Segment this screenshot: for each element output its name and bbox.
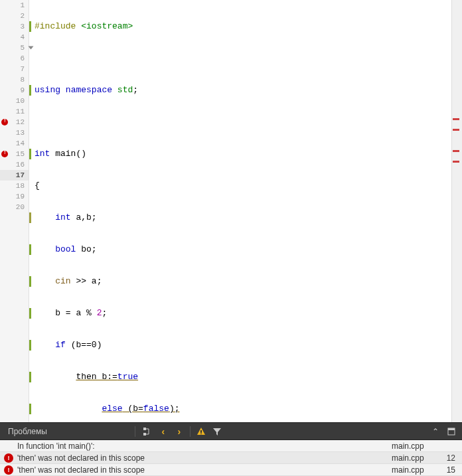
token-op: =	[66, 308, 71, 318]
token-punct: ;	[102, 308, 108, 318]
gutter: 1 2 3 4 5 6 7 8 9 10 11 12 13 14 15 16 1…	[0, 0, 29, 422]
token-keyword: using	[35, 85, 60, 95]
code-content[interactable]: #include <iostream> using namespace std;…	[29, 0, 462, 422]
filter-icon[interactable]	[212, 426, 222, 437]
line-number: 20	[0, 202, 29, 212]
token-punct: ;	[92, 212, 97, 222]
token-ident: a	[76, 308, 81, 318]
token-expr: (b==0)	[71, 340, 102, 350]
token-ident: cin	[55, 276, 70, 286]
line-number: 3	[0, 21, 29, 32]
warning-icon[interactable]	[196, 426, 206, 437]
token-ident: a,b	[76, 212, 91, 222]
problem-file: main.cpp	[392, 465, 438, 475]
line-number: 18	[0, 181, 29, 191]
token-punct: ;	[133, 85, 138, 95]
token-op: %	[86, 308, 92, 318]
error-marker[interactable]	[453, 161, 459, 163]
token-ident: std	[117, 85, 133, 95]
line-number: 7	[0, 64, 29, 74]
token-punct: {	[35, 181, 40, 191]
line-number: 8	[0, 74, 29, 85]
token-keyword: else	[102, 404, 122, 414]
token-punct: ;	[97, 276, 102, 286]
problem-text: In function 'int main()':	[17, 441, 392, 451]
problem-line: 15	[438, 465, 458, 475]
error-marker[interactable]	[453, 150, 459, 152]
panel-toolbar-right: ⌃	[430, 426, 462, 437]
token-keyword: false	[143, 404, 169, 414]
token-keyword: namespace	[66, 85, 112, 95]
line-number: 1	[0, 0, 29, 11]
token-punct: ;	[92, 244, 97, 254]
token-keyword: int	[35, 149, 50, 159]
line-number-current: 17	[0, 170, 29, 181]
line-number: 2	[0, 11, 29, 21]
token-keyword: if	[55, 340, 66, 350]
chevron-left-icon[interactable]: ‹	[158, 426, 169, 437]
token-op: >>	[76, 276, 86, 286]
problem-row[interactable]: In function 'int main()': main.cpp	[0, 440, 462, 452]
line-number: 16	[0, 159, 29, 170]
chevron-right-icon[interactable]: ›	[174, 426, 185, 437]
problem-file: main.cpp	[392, 453, 438, 463]
line-number: 6	[0, 53, 29, 64]
svg-rect-3	[200, 434, 202, 434]
token-number: 2	[97, 308, 102, 318]
error-marker[interactable]	[453, 118, 459, 120]
token-punct: )	[81, 149, 86, 159]
problems-list: In function 'int main()': main.cpp ! 'th…	[0, 440, 462, 476]
line-number: 10	[0, 96, 29, 106]
line-number: 5	[0, 42, 29, 53]
token-ident: a	[92, 276, 97, 286]
line-number: 9	[0, 85, 29, 96]
problems-panel-header: Проблемы ‹ › ⌃	[0, 423, 462, 440]
token-keyword: bool	[55, 244, 76, 254]
token-ident: main	[55, 149, 76, 159]
line-number: 13	[0, 127, 29, 138]
line-number: 19	[0, 191, 29, 202]
svg-rect-1	[143, 433, 146, 436]
error-icon[interactable]	[1, 151, 8, 157]
problem-row[interactable]: ! 'then' was not declared in this scope …	[0, 464, 462, 476]
line-number: 14	[0, 138, 29, 149]
token-ident: b	[55, 308, 60, 318]
token-include-file: <iostream>	[81, 21, 133, 31]
line-number: 11	[0, 106, 29, 117]
chevron-up-icon[interactable]: ⌃	[430, 426, 441, 437]
vertical-scrollbar[interactable]	[451, 0, 462, 422]
error-icon: !	[4, 453, 13, 463]
error-icon[interactable]	[1, 119, 8, 125]
tree-icon[interactable]	[142, 426, 153, 437]
problem-line: 12	[438, 453, 458, 463]
problem-file: main.cpp	[392, 441, 438, 451]
svg-rect-0	[143, 428, 146, 430]
token-keyword: int	[55, 212, 70, 222]
token-preproc: #include	[35, 21, 76, 31]
problems-panel: Проблемы ‹ › ⌃ In function 'int main()':…	[0, 422, 462, 476]
token-keyword: true	[117, 372, 138, 382]
error-marker[interactable]	[453, 129, 459, 131]
svg-rect-5	[448, 428, 455, 430]
problems-panel-title: Проблемы	[0, 427, 55, 436]
svg-rect-2	[200, 430, 202, 433]
popout-icon[interactable]	[446, 426, 457, 437]
token-ident: bo	[81, 244, 92, 254]
code-editor[interactable]: 1 2 3 4 5 6 7 8 9 10 11 12 13 14 15 16 1…	[0, 0, 462, 422]
panel-toolbar: ‹ ›	[135, 426, 222, 437]
problem-text: 'then' was not declared in this scope	[17, 465, 392, 475]
problem-row[interactable]: ! 'then' was not declared in this scope …	[0, 452, 462, 464]
problem-text: 'then' was not declared in this scope	[17, 453, 392, 463]
line-number: 4	[0, 32, 29, 42]
error-icon: !	[4, 465, 13, 475]
